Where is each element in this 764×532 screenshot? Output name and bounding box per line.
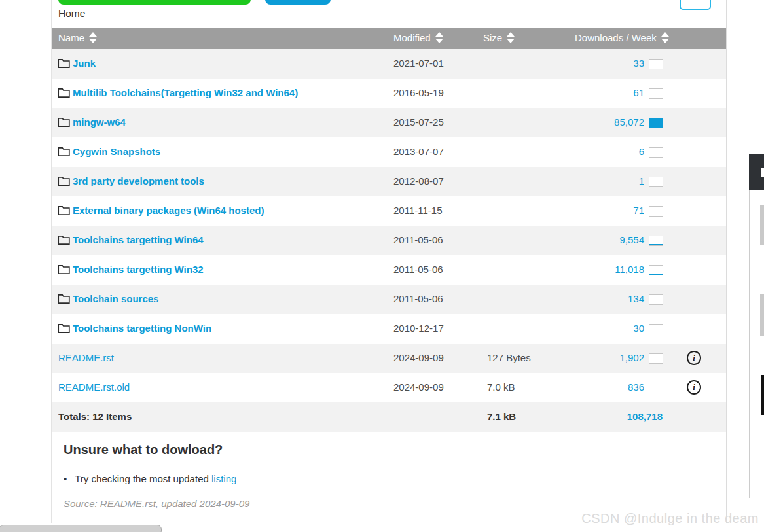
- downloads-gauge-fill: [649, 363, 663, 363]
- downloads-gauge: [649, 383, 663, 393]
- file-link[interactable]: README.rst.old: [58, 381, 130, 393]
- right-panel-border: [749, 154, 750, 498]
- folder-icon: [58, 117, 70, 130]
- right-panel-divider: [749, 366, 764, 366]
- bullet-dot: •: [64, 473, 67, 484]
- downloads-gauge-fill: [649, 118, 663, 128]
- breadcrumb[interactable]: Home: [58, 8, 85, 20]
- panel-icon-fragment: [761, 168, 764, 177]
- right-panel-fragment: [760, 205, 764, 245]
- sort-icon: [89, 32, 97, 43]
- column-label: Name: [58, 32, 84, 43]
- modified-date: 2024-09-09: [393, 352, 444, 363]
- downloads-count: 1: [639, 175, 644, 186]
- column-header-name[interactable]: Name: [58, 32, 97, 43]
- totals-size: 7.1 kB: [487, 411, 516, 422]
- downloads-count: 11,018: [615, 264, 644, 275]
- downloads-gauge: [649, 118, 663, 128]
- downloads-gauge: [649, 236, 663, 246]
- folder-link[interactable]: Toolchains targetting Win32: [73, 264, 204, 275]
- column-header-modified[interactable]: Modified: [393, 32, 443, 43]
- folder-icon: [58, 235, 70, 247]
- modified-date: 2016-05-19: [393, 87, 444, 98]
- downloads-count: 1,902: [619, 352, 644, 363]
- download-button-partial[interactable]: [58, 0, 251, 5]
- secondary-button-partial[interactable]: [265, 0, 331, 5]
- table-row: 3rd party development tools2012-08-071: [52, 167, 726, 196]
- downloads-count: 71: [633, 205, 644, 216]
- folder-icon: [58, 205, 70, 218]
- table-row: README.rst2024-09-09127 Bytes1,902i: [52, 344, 726, 373]
- modified-date: 2024-09-09: [393, 381, 444, 393]
- right-panel-dark-header: [749, 154, 764, 190]
- table-row: mingw-w642015-07-2585,072: [52, 108, 726, 137]
- downloads-count: 33: [633, 58, 644, 69]
- column-header-size[interactable]: Size: [483, 32, 515, 43]
- downloads-gauge: [649, 294, 663, 305]
- downloads-count: 9,554: [619, 234, 644, 245]
- table-row: Cygwin Snapshots2013-07-076: [52, 137, 726, 167]
- folder-link[interactable]: 3rd party development tools: [73, 175, 204, 186]
- folder-link[interactable]: Toolchains targetting Win64: [73, 234, 204, 245]
- downloads-gauge: [649, 59, 663, 69]
- table-row: Toolchain sources2011-05-06134: [52, 285, 726, 314]
- right-panel-fragment: [760, 294, 764, 336]
- folder-icon: [58, 294, 70, 306]
- folder-link[interactable]: Junk: [73, 58, 96, 69]
- modified-date: 2013-07-07: [393, 146, 444, 157]
- folder-link[interactable]: External binary packages (Win64 hosted): [73, 205, 264, 216]
- folder-link[interactable]: mingw-w64: [73, 116, 126, 128]
- downloads-count: 61: [633, 87, 644, 98]
- info-icon[interactable]: i: [687, 351, 701, 365]
- listing-link[interactable]: listing: [211, 473, 236, 484]
- totals-label: Totals: 12 Items: [58, 411, 132, 422]
- watermark: CSDN @Indulge in the deam: [581, 511, 759, 526]
- folder-icon: [58, 264, 70, 277]
- table-row: Toolchains targetting NonWin2010-12-1730: [52, 314, 726, 344]
- table-row: Toolchains targetting Win322011-05-0611,…: [52, 255, 726, 285]
- table-body: Junk2021-07-0133Multilib Toolchains(Targ…: [52, 49, 726, 432]
- downloads-gauge: [649, 324, 663, 334]
- modified-date: 2011-05-06: [393, 234, 443, 245]
- downloads-count: 30: [633, 323, 644, 334]
- file-size: 127 Bytes: [487, 352, 531, 363]
- totals-downloads: 108,718: [627, 411, 663, 422]
- table-row: README.rst.old2024-09-097.0 kB836i: [52, 373, 726, 402]
- downloads-gauge: [649, 147, 663, 158]
- downloads-gauge: [649, 265, 663, 275]
- modified-date: 2015-07-25: [393, 116, 444, 128]
- folder-link[interactable]: Multilib Toolchains(Targetting Win32 and…: [73, 87, 298, 98]
- info-icon[interactable]: i: [687, 380, 701, 395]
- modified-date: 2011-05-06: [393, 293, 443, 304]
- column-header-downloads[interactable]: Downloads / Week: [575, 32, 669, 43]
- sort-icon: [435, 32, 443, 43]
- folder-link[interactable]: Toolchains targetting NonWin: [73, 323, 211, 334]
- right-panel-divider: [749, 453, 764, 453]
- folder-icon: [58, 88, 70, 100]
- table-row: Multilib Toolchains(Targetting Win32 and…: [52, 79, 726, 108]
- outline-button-partial[interactable]: [680, 0, 711, 10]
- folder-icon: [58, 176, 70, 188]
- folder-icon: [58, 323, 70, 336]
- modified-date: 2012-08-07: [393, 175, 444, 186]
- folder-link[interactable]: Cygwin Snapshots: [73, 146, 160, 157]
- notes-bullet: •Try checking the most updated listing: [64, 473, 236, 484]
- file-listing-panel: Home Name Modified Size Downloads / Week…: [51, 0, 727, 523]
- table-row: External binary packages (Win64 hosted)2…: [52, 196, 726, 226]
- file-link[interactable]: README.rst: [58, 352, 114, 363]
- right-panel-fragment: [761, 375, 764, 415]
- folder-icon: [58, 147, 70, 159]
- downloads-gauge: [649, 88, 663, 99]
- downloads-gauge-fill: [649, 244, 663, 245]
- downloads-count: 836: [628, 381, 644, 393]
- downloads-gauge: [649, 353, 663, 364]
- horizontal-scrollbar-thumb[interactable]: [0, 525, 162, 532]
- folder-link[interactable]: Toolchain sources: [73, 293, 158, 304]
- modified-date: 2010-12-17: [393, 323, 444, 334]
- column-label: Downloads / Week: [575, 32, 657, 43]
- column-label: Modified: [393, 32, 431, 43]
- column-label: Size: [483, 32, 502, 43]
- downloads-gauge: [649, 177, 663, 187]
- downloads-count: 85,072: [614, 116, 644, 128]
- modified-date: 2021-07-01: [393, 58, 444, 69]
